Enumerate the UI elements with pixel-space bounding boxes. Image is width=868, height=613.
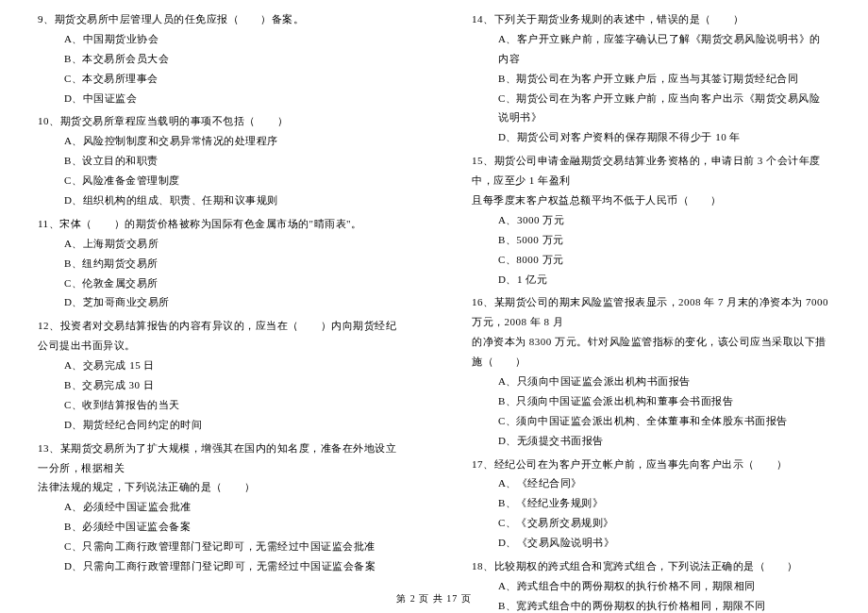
q12-opt-c: C、收到结算报告的当天 [64,395,396,415]
q10-text: 10、期货交易所章程应当载明的事项不包括（ ） [38,111,396,131]
page-footer: 第 2 页 共 17 页 [0,592,868,605]
q14-options: A、客户开立账户前，应签字确认已了解《期货交易风险说明书》的内容 B、期货公司在… [472,29,830,147]
q10-opt-c: C、风险准备金管理制度 [64,171,396,191]
q13-opt-c: C、只需向工商行政管理部门登记即可，无需经过中国证监会批准 [64,537,396,556]
q13-text: 13、某期货交易所为了扩大规模，增强其在国内的知名度，准备在外地设立一分所，根据… [38,439,396,478]
question-16: 16、某期货公司的期末风险监管报表显示，2008 年 7 月末的净资本为 700… [472,292,830,450]
question-15: 15、期货公司申请金融期货交易结算业务资格的，申请日前 3 个会计年度中，应至少… [472,151,830,289]
q15-opt-b: B、5000 万元 [498,230,830,250]
q11-opt-d: D、芝加哥商业交易所 [64,292,396,312]
q11-options: A、上海期货交易所 B、纽约期货交易所 C、伦敦金属交易所 D、芝加哥商业交易所 [38,234,396,313]
q13-opt-a: A、必须经中国证监会批准 [64,497,396,517]
q10-opt-d: D、组织机构的组成、职责、任期和议事规则 [64,191,396,210]
q13-opt-d: D、只需向工商行政管理部门登记即可，无需经过中国证监会备案 [64,556,396,576]
q17-opt-d: D、《交易风险说明书》 [498,533,830,553]
q17-opt-c: C、《交易所交易规则》 [498,513,830,533]
q16-opt-a: A、只须向中国证监会派出机构书面报告 [498,372,830,391]
q14-opt-a: A、客户开立账户前，应签字确认已了解《期货交易风险说明书》的内容 [498,29,830,69]
q9-opt-a: A、中国期货业协会 [64,29,396,49]
q12-opt-d: D、期货经纪合同约定的时间 [64,415,396,435]
question-10: 10、期货交易所章程应当载明的事项不包括（ ） A、风险控制制度和交易异常情况的… [38,111,396,209]
q10-opt-b: B、设立目的和职责 [64,151,396,171]
q18-text: 18、比较期权的跨式组合和宽跨式组合，下列说法正确的是（ ） [472,556,830,576]
q16-cont: 的净资本为 8300 万元。针对风险监管指标的变化，该公司应当采取以下措施（ ） [472,332,830,372]
question-12: 12、投资者对交易结算报告的内容有异议的，应当在（ ）内向期货经纪公司提出书面异… [38,316,396,434]
q17-options: A、《经纪合同》 B、《经纪业务规则》 C、《交易所交易规则》 D、《交易风险说… [472,473,830,553]
question-13: 13、某期货交易所为了扩大规模，增强其在国内的知名度，准备在外地设立一分所，根据… [38,439,396,576]
question-11: 11、宋体（ ）的期货价格被称为国际有色金属市场的"晴雨表"。 A、上海期货交易… [38,214,396,312]
question-9: 9、期货交易所中层管理人员的任免应报（ ）备案。 A、中国期货业协会 B、本交易… [38,9,396,108]
question-17: 17、经纪公司在为客户开立帐户前，应当事先向客户出示（ ） A、《经纪合同》 B… [472,455,830,553]
question-14: 14、下列关于期货业务规则的表述中，错误的是（ ） A、客户开立账户前，应签字确… [472,9,830,147]
q13-cont: 法律法规的规定，下列说法正确的是（ ） [38,477,396,497]
q16-opt-b: B、只须向中国证监会派出机构和董事会书面报告 [498,391,830,411]
q9-text: 9、期货交易所中层管理人员的任免应报（ ）备案。 [38,9,396,29]
q12-options: A、交易完成 15 日 B、交易完成 30 日 C、收到结算报告的当天 D、期货… [38,356,396,435]
q15-cont: 且每季度末客户权益总额平均不低于人民币（ ） [472,191,830,210]
q15-text: 15、期货公司申请金融期货交易结算业务资格的，申请日前 3 个会计年度中，应至少… [472,151,830,191]
q12-text: 12、投资者对交易结算报告的内容有异议的，应当在（ ）内向期货经纪公司提出书面异… [38,316,396,356]
q11-opt-c: C、伦敦金属交易所 [64,273,396,293]
q16-options: A、只须向中国证监会派出机构书面报告 B、只须向中国证监会派出机构和董事会书面报… [472,372,830,451]
q9-options: A、中国期货业协会 B、本交易所会员大会 C、本交易所理事会 D、中国证监会 [38,29,396,108]
q16-opt-d: D、无须提交书面报告 [498,431,830,451]
q9-opt-d: D、中国证监会 [64,89,396,108]
q9-opt-b: B、本交易所会员大会 [64,49,396,69]
q15-opt-a: A、3000 万元 [498,210,830,230]
q14-opt-d: D、期货公司对客户资料的保存期限不得少于 10 年 [498,127,830,147]
q15-options: A、3000 万元 B、5000 万元 C、8000 万元 D、1 亿元 [472,210,830,290]
right-column: 14、下列关于期货业务规则的表述中，错误的是（ ） A、客户开立账户前，应签字确… [434,9,868,585]
q10-opt-a: A、风险控制制度和交易异常情况的处理程序 [64,131,396,151]
q12-opt-a: A、交易完成 15 日 [64,356,396,375]
q14-text: 14、下列关于期货业务规则的表述中，错误的是（ ） [472,9,830,29]
left-column: 9、期货交易所中层管理人员的任免应报（ ）备案。 A、中国期货业协会 B、本交易… [0,9,434,585]
q14-opt-b: B、期货公司在为客户开立账户后，应当与其签订期货经纪合同 [498,69,830,89]
q10-options: A、风险控制制度和交易异常情况的处理程序 B、设立目的和职责 C、风险准备金管理… [38,131,396,210]
page-container: 9、期货交易所中层管理人员的任免应报（ ）备案。 A、中国期货业协会 B、本交易… [0,9,868,585]
q17-opt-a: A、《经纪合同》 [498,473,830,493]
q9-opt-c: C、本交易所理事会 [64,69,396,89]
q14-opt-c: C、期货公司在为客户开立账户前，应当向客户出示《期货交易风险说明书》 [498,89,830,128]
q15-opt-d: D、1 亿元 [498,270,830,290]
q17-opt-b: B、《经纪业务规则》 [498,493,830,513]
q16-text: 16、某期货公司的期末风险监管报表显示，2008 年 7 月末的净资本为 700… [472,292,830,332]
q11-opt-b: B、纽约期货交易所 [64,254,396,273]
q13-options: A、必须经中国证监会批准 B、必须经中国证监会备案 C、只需向工商行政管理部门登… [38,497,396,576]
q11-text: 11、宋体（ ）的期货价格被称为国际有色金属市场的"晴雨表"。 [38,214,396,234]
q11-opt-a: A、上海期货交易所 [64,234,396,254]
q15-opt-c: C、8000 万元 [498,250,830,270]
q13-opt-b: B、必须经中国证监会备案 [64,517,396,537]
q12-opt-b: B、交易完成 30 日 [64,375,396,395]
q16-opt-c: C、须向中国证监会派出机构、全体董事和全体股东书面报告 [498,411,830,431]
q17-text: 17、经纪公司在为客户开立帐户前，应当事先向客户出示（ ） [472,455,830,474]
